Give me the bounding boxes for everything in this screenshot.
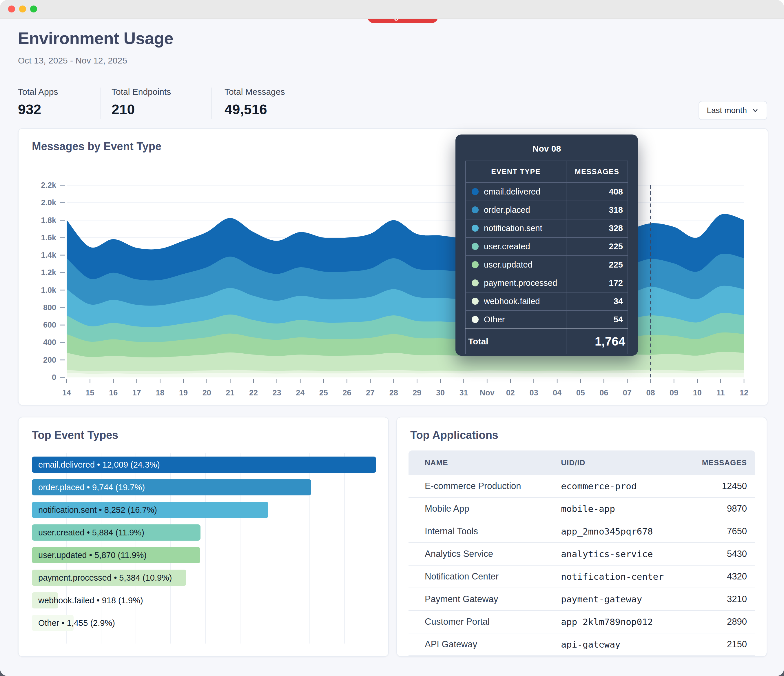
- y-axis-label: 2.2k: [41, 181, 56, 190]
- app-uid: api-gateway: [561, 633, 689, 656]
- window-minimize-button[interactable]: [19, 6, 26, 12]
- series-color-dot: [472, 316, 479, 323]
- tooltip-col-messages: MESSAGES: [566, 161, 628, 182]
- tooltip-table: EVENT TYPE MESSAGES email.delivered408or…: [465, 160, 628, 354]
- x-axis-label: 27: [366, 388, 375, 397]
- tooltip-row: user.created225: [465, 237, 628, 255]
- y-axis-label: 800: [43, 303, 56, 312]
- x-axis-label: 14: [62, 388, 71, 397]
- tooltip-event-name: user.updated: [465, 255, 566, 274]
- event-type-bar-row: webhook.failed • 918 (1.9%): [32, 592, 376, 609]
- event-type-bar-label: email.delivered • 12,009 (24.3%): [38, 460, 160, 470]
- tooltip-row: order.placed318: [465, 201, 628, 219]
- y-axis-label: 0: [52, 373, 56, 382]
- apps-col-uid: UID/ID: [561, 450, 689, 475]
- page-title: Environment Usage: [18, 28, 173, 48]
- app-name: API Gateway: [409, 633, 561, 656]
- x-axis-label: 25: [319, 388, 328, 397]
- app-messages: 4320: [689, 565, 755, 588]
- tooltip-event-name: Other: [465, 310, 566, 329]
- x-axis-label: 21: [226, 388, 234, 397]
- app-messages: 7650: [689, 520, 755, 543]
- stat-value: 210: [112, 101, 171, 117]
- tooltip-total-row: Total 1,764: [465, 329, 628, 354]
- window-zoom-button[interactable]: [30, 6, 37, 12]
- application-table-row: API Gatewayapi-gateway2150: [409, 633, 755, 656]
- x-axis-label: 30: [436, 388, 445, 397]
- tooltip-row: notification.sent328: [465, 219, 628, 237]
- app-messages: 2150: [689, 633, 755, 656]
- tooltip-event-name: notification.sent: [465, 219, 566, 237]
- application-table-row: Customer Portalapp_2klm789nop0122890: [409, 611, 755, 633]
- x-axis-label: 11: [717, 388, 725, 397]
- y-axis-label: 1.2k: [41, 268, 56, 277]
- stat-total-messages: Total Messages 49,516: [224, 87, 285, 117]
- apps-col-messages: MESSAGES: [689, 450, 755, 475]
- tooltip-row: webhook.failed34: [465, 292, 628, 310]
- tooltip-event-value: 172: [566, 274, 628, 292]
- x-axis-label: 10: [693, 388, 702, 397]
- event-types-bar-chart: email.delivered • 12,009 (24.3%)order.pl…: [32, 453, 376, 643]
- event-type-bar-label: order.placed • 9,744 (19.7%): [38, 483, 145, 492]
- application-table-row: Notification Centernotification-center43…: [409, 565, 755, 588]
- x-axis-label: 02: [506, 388, 515, 397]
- top-event-types-card: Top Event Types email.delivered • 12,009…: [18, 417, 389, 657]
- tooltip-total-label: Total: [465, 329, 566, 354]
- app-uid: notification-center: [561, 565, 689, 588]
- tooltip-row: email.delivered408: [465, 182, 628, 201]
- range-label: Last month: [707, 106, 747, 115]
- x-axis-label: 08: [646, 388, 655, 397]
- x-axis-label: 26: [342, 388, 351, 397]
- app-messages: 12450: [689, 475, 755, 498]
- event-type-bar-label: user.updated • 5,870 (11.9%): [38, 550, 146, 560]
- tooltip-col-event-type: EVENT TYPE: [465, 161, 566, 182]
- app-name: E-commerce Production: [409, 475, 561, 498]
- tooltip-total-value: 1,764: [566, 329, 628, 354]
- tooltip-row: Other54: [465, 310, 628, 329]
- tooltip-event-value: 225: [566, 255, 628, 274]
- messages-area-chart[interactable]: 02004006008001.0k1.2k1.4k1.6k1.8k2.0k2.2…: [19, 129, 768, 405]
- x-axis-label: 07: [623, 388, 632, 397]
- window-close-button[interactable]: [8, 6, 15, 12]
- x-axis-label: 12: [740, 388, 748, 397]
- application-table-row: Payment Gatewaypayment-gateway3210: [409, 588, 755, 611]
- chevron-down-icon: [751, 107, 759, 114]
- top-applications-card: Top Applications NAME UID/ID MESSAGES E-…: [396, 417, 767, 657]
- stat-value: 932: [18, 101, 58, 117]
- x-axis-label: 16: [109, 388, 118, 397]
- y-axis-label: 1.0k: [41, 286, 56, 294]
- series-color-dot: [472, 298, 479, 305]
- stat-label: Total Apps: [18, 87, 58, 97]
- y-axis-label: 1.6k: [41, 234, 56, 242]
- x-axis-label: 22: [249, 388, 258, 397]
- stat-total-endpoints: Total Endpoints 210: [112, 87, 171, 117]
- app-name: Analytics Service: [409, 543, 561, 565]
- x-axis-label: 19: [179, 388, 188, 397]
- date-range-selector[interactable]: Last month: [698, 101, 767, 120]
- app-name: Internal Tools: [409, 520, 561, 543]
- application-table-row: Mobile Appmobile-app9870: [409, 498, 755, 520]
- app-window: Viewing Test Data Environment Usage Oct …: [0, 0, 784, 676]
- stat-label: Total Endpoints: [112, 87, 171, 97]
- x-axis-label: 23: [273, 388, 282, 397]
- x-axis-label: 29: [412, 388, 421, 397]
- y-axis-label: 1.8k: [41, 216, 56, 225]
- application-table-row: Internal Toolsapp_2mno345pqr6787650: [409, 520, 755, 543]
- date-range: Oct 13, 2025 - Nov 12, 2025: [18, 56, 127, 65]
- chart-tooltip: Nov 08 EVENT TYPE MESSAGES email.deliver…: [456, 134, 638, 356]
- tooltip-event-name: payment.processed: [465, 274, 566, 292]
- x-axis-label: 20: [202, 388, 211, 397]
- series-color-dot: [472, 261, 479, 268]
- stat-divider: [211, 87, 212, 119]
- tooltip-event-value: 318: [566, 201, 628, 219]
- app-messages: 5430: [689, 543, 755, 565]
- y-axis-label: 200: [43, 356, 56, 364]
- stat-total-apps: Total Apps 932: [18, 87, 58, 117]
- stat-label: Total Messages: [224, 87, 285, 97]
- y-axis-label: 400: [43, 338, 56, 347]
- x-axis-label: 06: [599, 388, 608, 397]
- app-uid: analytics-service: [561, 543, 689, 565]
- messages-chart-card: Messages by Event Type 02004006008001.0k…: [18, 128, 768, 405]
- event-type-bar-row: Other • 1,455 (2.9%): [32, 615, 376, 631]
- tooltip-event-value: 225: [566, 237, 628, 255]
